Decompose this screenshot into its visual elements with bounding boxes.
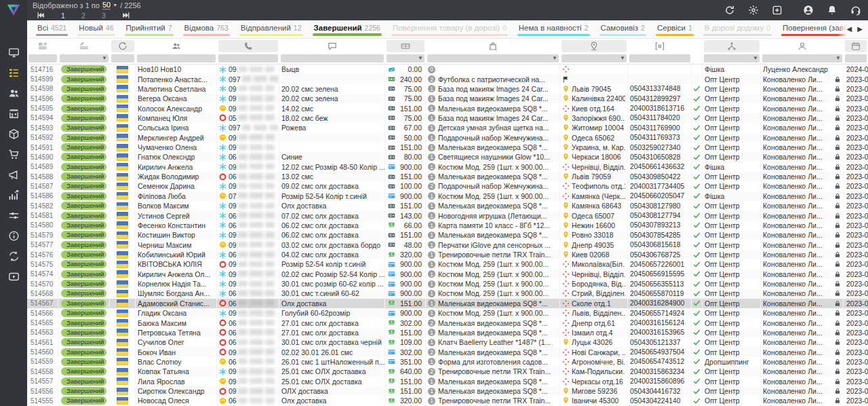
column-header-client[interactable] bbox=[136, 39, 217, 54]
table-row[interactable]: 514586ЗавершенийФіліпова Люба0700 000 00… bbox=[27, 191, 868, 201]
filter-dropdown-icon[interactable]: ▼ bbox=[835, 54, 841, 62]
status-badge[interactable]: Завершений bbox=[61, 289, 106, 297]
status-badge[interactable]: Завершений bbox=[61, 231, 106, 239]
filter-input-product[interactable] bbox=[427, 54, 559, 62]
status-badge[interactable]: Завершений bbox=[61, 396, 106, 405]
tab-сервіси[interactable]: Сервіси1 bbox=[651, 20, 698, 38]
status-badge[interactable]: Завершений bbox=[61, 105, 106, 113]
tabs-scroll-left-icon[interactable]: ◀ bbox=[847, 26, 852, 33]
settings-button[interactable] bbox=[748, 5, 759, 16]
table-row[interactable]: 514716ЗавершенийНов10 Нов100900 000 00Вы… bbox=[27, 64, 868, 74]
filter-input-comment[interactable] bbox=[281, 54, 384, 62]
table-row[interactable]: 514599ЗавершенийПотапенко Анастас...0970… bbox=[27, 74, 868, 84]
table-row[interactable]: 514570ЗавершенийКорнелюк Надія Та...0900… bbox=[27, 279, 868, 289]
table-row[interactable]: 514588ЗавершенийЖидак Володимир0600 000 … bbox=[27, 172, 868, 181]
status-badge[interactable]: Завершений bbox=[61, 348, 106, 356]
table-row[interactable]: 514575ЗавершенийКВІТОВСЬКА ЮЛІЯ0900 000 … bbox=[27, 259, 868, 269]
filter-dropdown-icon[interactable]: ▼ bbox=[418, 54, 423, 62]
notifications-button[interactable] bbox=[827, 5, 837, 16]
column-header-channel[interactable] bbox=[703, 39, 761, 54]
status-badge[interactable]: Завершений bbox=[61, 75, 106, 84]
column-header-comment[interactable] bbox=[279, 39, 385, 54]
filter-input-manager[interactable] bbox=[762, 54, 842, 62]
sidebar-item-tutorials[interactable] bbox=[0, 266, 27, 287]
status-badge[interactable]: Завершений bbox=[61, 377, 106, 386]
table-row[interactable]: 514579ЗавершенийКостишин Виктор0900 000 … bbox=[27, 230, 868, 240]
filter-dropdown-icon[interactable]: ▼ bbox=[620, 54, 625, 62]
status-badge[interactable]: Завершений bbox=[61, 387, 106, 395]
page-number-3[interactable]: 3 bbox=[101, 12, 106, 20]
table-row[interactable]: 514558ЗавершенийКовпак Татьяна0900 000 0… bbox=[27, 367, 868, 376]
first-page-button[interactable] bbox=[37, 11, 45, 20]
tab-прийнятий[interactable]: Прийнятий7 bbox=[120, 20, 178, 38]
filter-dropdown-icon[interactable]: ▼ bbox=[552, 54, 557, 62]
tab-відправлений[interactable]: Відправлений12 bbox=[235, 20, 308, 38]
sidebar-item-dashboard[interactable] bbox=[0, 42, 27, 62]
table-row[interactable]: 514590ЗавершенийГнатюк Олексндр0600 000 … bbox=[27, 152, 868, 162]
tab-відмова[interactable]: Відмова763 bbox=[178, 20, 235, 38]
status-badge[interactable]: Завершений bbox=[61, 338, 106, 346]
filter-input-date[interactable] bbox=[845, 54, 867, 62]
table-row[interactable]: 514561ЗавершенийСучилов Олег0600 000 003… bbox=[27, 337, 868, 347]
page-size-select[interactable]: 50 bbox=[102, 1, 111, 10]
support-button[interactable] bbox=[850, 5, 861, 16]
column-header-source[interactable] bbox=[110, 39, 136, 54]
status-badge[interactable]: Завершений bbox=[61, 241, 106, 249]
status-badge[interactable]: Завершений bbox=[61, 153, 106, 161]
sidebar-item-clients[interactable] bbox=[0, 83, 27, 103]
status-badge[interactable]: Завершений bbox=[61, 192, 106, 200]
status-badge[interactable]: Завершений bbox=[61, 280, 106, 288]
table-row[interactable]: 514567ЗавершенийАдамовский Станис...0600… bbox=[27, 299, 868, 308]
sidebar-item-partners[interactable] bbox=[0, 246, 27, 266]
status-badge[interactable]: Завершений bbox=[61, 358, 106, 366]
add-order-button[interactable] bbox=[772, 5, 783, 16]
status-badge[interactable]: Завершений bbox=[61, 319, 106, 327]
tab-нема-в-наявності[interactable]: Нема в наявності2 bbox=[513, 20, 595, 38]
table-row[interactable]: 514592ЗавершенийМерклингер Андрей0900 00… bbox=[27, 133, 868, 143]
table-row[interactable]: 514596ЗавершенийВегера Оксана0900 000 00… bbox=[27, 94, 868, 103]
table-row[interactable]: 514594ЗавершенийКомпанец Юля0500 000 001… bbox=[27, 113, 868, 123]
sidebar-item-automation[interactable] bbox=[0, 205, 27, 225]
column-header-tracking[interactable] bbox=[628, 39, 692, 54]
column-header-payment[interactable] bbox=[385, 39, 426, 54]
filter-input-client[interactable] bbox=[137, 54, 216, 62]
app-logo[interactable] bbox=[0, 0, 27, 20]
status-badge[interactable]: Завершений bbox=[61, 114, 106, 122]
tab-новый[interactable]: Новый46 bbox=[73, 20, 119, 38]
table-row[interactable]: 514580ЗавершенийФесенко Константин0600 0… bbox=[27, 221, 868, 230]
status-badge[interactable]: Завершений bbox=[61, 65, 106, 73]
status-badge[interactable]: Завершений bbox=[61, 212, 106, 220]
status-badge[interactable]: Завершений bbox=[61, 85, 106, 93]
status-badge[interactable]: Завершений bbox=[61, 367, 106, 375]
filter-input-source[interactable] bbox=[111, 54, 134, 62]
tab-повернення-товару-в-дорозі-[interactable]: Повернення товару (в дорозі)0 bbox=[387, 20, 513, 38]
status-badge[interactable]: Завершений bbox=[61, 202, 106, 210]
sidebar-item-orders[interactable] bbox=[0, 62, 27, 83]
table-row[interactable]: 514555ЗавершенийНовосад Олеся0600 000 00… bbox=[27, 396, 868, 405]
column-header-product[interactable] bbox=[426, 39, 560, 54]
tabs-scroll-right-icon[interactable]: ▶ bbox=[857, 26, 863, 33]
table-row[interactable]: 514557ЗавершенийЛила Ярослав0900 000 002… bbox=[27, 377, 868, 386]
column-header-phone[interactable] bbox=[217, 39, 279, 54]
filter-input-tracking[interactable] bbox=[629, 54, 690, 62]
column-header-city[interactable] bbox=[560, 39, 628, 54]
table-row[interactable]: 514593ЗавершенийСольська Ірина09700 000 … bbox=[27, 123, 868, 132]
status-badge[interactable]: Завершений bbox=[61, 182, 106, 190]
tab-в-дорозі-додому[interactable]: В дорозі додому0 bbox=[698, 20, 776, 38]
table-row[interactable]: 514598ЗавершенийМалютина Светлана0900 00… bbox=[27, 84, 868, 94]
status-badge[interactable]: Завершений bbox=[61, 329, 106, 337]
tab-самовивіз[interactable]: Самовивіз2 bbox=[595, 20, 651, 38]
column-header-status[interactable] bbox=[58, 39, 110, 54]
account-button[interactable] bbox=[803, 5, 814, 16]
status-badge[interactable]: Завершений bbox=[61, 124, 106, 132]
page-number-2[interactable]: 2 bbox=[81, 12, 86, 20]
status-badge[interactable]: Завершений bbox=[61, 143, 106, 151]
table-row[interactable]: 514589ЗавершенийКирилич Анжела0900 000 0… bbox=[27, 162, 868, 172]
status-badge[interactable]: Завершений bbox=[61, 172, 106, 181]
filter-input-id[interactable] bbox=[28, 54, 57, 62]
table-row[interactable]: 514595ЗавершенийКолосок Александр0900 00… bbox=[27, 103, 868, 113]
table-row[interactable]: 514563ЗавершенийПетровська Тетяна0600 00… bbox=[27, 328, 868, 337]
status-badge[interactable]: Завершений bbox=[61, 309, 106, 317]
status-badge[interactable]: Завершений bbox=[61, 260, 106, 268]
filter-input-phone[interactable] bbox=[218, 54, 278, 62]
